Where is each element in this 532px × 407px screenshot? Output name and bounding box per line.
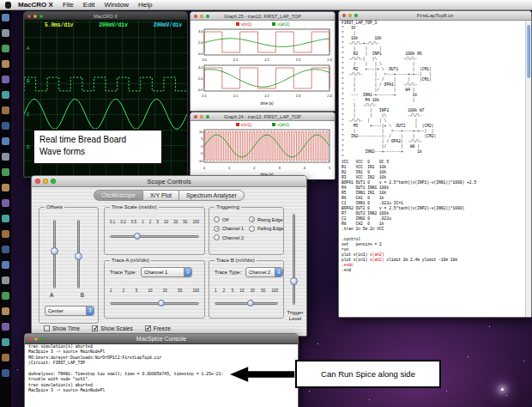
desktop-icon[interactable] <box>2 338 9 346</box>
minimize-button[interactable] <box>34 337 38 341</box>
desktop-icon[interactable] <box>2 137 9 145</box>
slider-track[interactable] <box>215 302 278 305</box>
zoom-button[interactable] <box>206 15 209 18</box>
close-button[interactable] <box>194 115 197 118</box>
trace-a-type-popup[interactable]: Channel 1 <box>141 267 192 277</box>
radio-icon[interactable] <box>249 216 255 222</box>
offset-slider-label: B <box>81 292 84 298</box>
radio-icon[interactable] <box>214 234 220 240</box>
minimize-button[interactable] <box>348 14 352 17</box>
tick-label: 1 <box>215 289 217 293</box>
desktop-icon[interactable] <box>2 60 9 68</box>
slider-thumb[interactable] <box>247 300 254 307</box>
desktop-icon[interactable] <box>2 168 9 176</box>
editor-titlebar[interactable]: FirstLapTop8.cir <box>339 11 531 21</box>
editor-scrollbar[interactable] <box>525 21 531 317</box>
minimize-button[interactable] <box>200 115 203 118</box>
radio-icon[interactable] <box>249 226 255 232</box>
radio-option[interactable]: Rising Edge <box>249 216 284 222</box>
slider-track[interactable] <box>293 214 295 305</box>
slider-thumb[interactable] <box>290 277 298 285</box>
desktop-icon[interactable] <box>2 307 9 315</box>
slider-thumb[interactable] <box>158 300 165 307</box>
tick-label: 2 <box>223 289 226 293</box>
minimize-button[interactable] <box>43 179 48 184</box>
checkbox-option[interactable]: Freeze <box>145 325 171 331</box>
checkbox-option[interactable]: Show Scales <box>92 325 133 331</box>
radio-option[interactable]: Off <box>214 216 244 222</box>
desktop-icon[interactable] <box>2 106 9 114</box>
slider-track[interactable] <box>110 235 199 238</box>
desktop-icon[interactable] <box>2 354 9 361</box>
trace-b-type-popup[interactable]: Channel 2 <box>245 267 283 277</box>
app-menu-title[interactable]: MacCRO X <box>18 1 53 9</box>
desktop-icon[interactable] <box>2 199 9 207</box>
menu-item[interactable]: Help <box>138 1 152 9</box>
zoom-button[interactable] <box>40 337 44 341</box>
radio-icon[interactable] <box>214 226 220 232</box>
slider-thumb[interactable] <box>51 247 58 255</box>
oscilloscope-titlebar[interactable]: MacCRO X <box>24 12 187 21</box>
editor-content[interactable]: FIRST_LAP_TOP_3* 3V* |* 10k 10k* -/\/\-+… <box>342 21 524 315</box>
graph25-titlebar[interactable]: Graph 25 - tran12: FIRST_LAP_TOP <box>190 12 335 21</box>
trace-b-slider[interactable] <box>213 299 280 307</box>
close-button[interactable] <box>35 179 40 184</box>
checkbox-icon[interactable] <box>92 325 98 331</box>
radio-option[interactable]: Channel 2 <box>214 234 244 240</box>
desktop-icon[interactable] <box>2 292 9 300</box>
graph24-titlebar[interactable]: Graph 24 - tran12: FIRST_LAP_TOP <box>190 112 335 121</box>
checkbox-option[interactable]: Show Time <box>44 325 80 331</box>
desktop-icon[interactable] <box>2 122 9 130</box>
console-titlebar[interactable]: MacSpice Console <box>25 334 298 344</box>
close-button[interactable] <box>194 15 197 18</box>
zoom-button[interactable] <box>39 15 43 18</box>
desktop-icon[interactable] <box>2 45 9 52</box>
desktop-icon[interactable] <box>2 91 9 99</box>
zoom-button[interactable] <box>51 179 56 184</box>
trigger-level-slider[interactable] <box>289 212 299 307</box>
tab-oscilloscope[interactable]: Oscilloscope <box>94 190 143 201</box>
tab-spectrum-analyser[interactable]: Spectrum Analyser <box>179 190 245 201</box>
close-button[interactable] <box>342 14 346 17</box>
zoom-button[interactable] <box>354 14 358 17</box>
desktop-icon[interactable] <box>2 261 9 269</box>
close-button[interactable] <box>28 337 32 341</box>
desktop-icon[interactable] <box>2 29 9 37</box>
desktop-icon[interactable] <box>2 323 9 331</box>
menu-item[interactable]: File <box>63 1 74 9</box>
desktop-icon[interactable] <box>2 246 9 253</box>
desktop-icon[interactable] <box>2 215 9 222</box>
svg-text:-10: -10 <box>198 159 204 163</box>
scope-controls-titlebar[interactable]: Scope Controls <box>32 176 306 187</box>
menu-item[interactable]: Window <box>105 1 129 9</box>
close-button[interactable] <box>27 15 31 18</box>
radio-option[interactable]: Channel 1 <box>214 226 244 232</box>
checkbox-icon[interactable] <box>145 325 151 331</box>
offset-a-slider[interactable] <box>50 218 60 290</box>
minimize-button[interactable] <box>200 15 203 18</box>
window-title: MacCRO X <box>24 14 187 19</box>
slider-track[interactable] <box>110 302 199 305</box>
desktop-icon[interactable] <box>2 369 9 377</box>
desktop-icon[interactable] <box>2 184 9 191</box>
time-scale-slider[interactable] <box>108 232 201 240</box>
offset-mode-popup[interactable]: Center <box>45 306 94 316</box>
radio-icon[interactable] <box>214 216 220 222</box>
desktop-icon[interactable] <box>2 153 9 161</box>
radio-option[interactable]: Falling Edge <box>249 226 284 232</box>
desktop-icon[interactable] <box>2 230 9 238</box>
desktop-icon[interactable] <box>2 276 9 284</box>
menu-item[interactable]: Edit <box>83 1 95 9</box>
zoom-button[interactable] <box>206 115 209 118</box>
minimize-button[interactable] <box>33 15 37 18</box>
slider-thumb[interactable] <box>134 233 141 240</box>
slider-thumb[interactable] <box>75 252 82 260</box>
desktop-icon[interactable] <box>2 14 9 21</box>
apple-menu-icon[interactable] <box>5 2 11 9</box>
desktop-icon[interactable] <box>2 76 9 83</box>
scrollbar-thumb[interactable] <box>527 25 530 78</box>
tab-x-y-plot[interactable]: X/Y Plot <box>143 190 179 201</box>
offset-b-slider[interactable] <box>74 218 84 290</box>
trace-a-slider[interactable] <box>108 299 201 307</box>
checkbox-icon[interactable] <box>44 325 50 331</box>
